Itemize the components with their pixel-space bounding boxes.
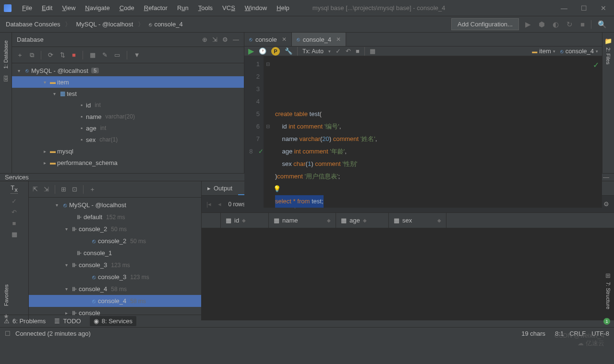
close-tab-icon[interactable]: ✕ [336, 36, 341, 43]
rail-files-tab[interactable]: 2: Files [605, 45, 611, 67]
menu-refactor[interactable]: Refactor [140, 2, 171, 13]
services-tree-row[interactable]: ⎋console_458 ms [29, 295, 201, 307]
layout-icon[interactable]: ⊡ [72, 186, 77, 193]
hide-icon[interactable]: — [233, 36, 239, 43]
fold-column[interactable]: ⊟⊟ [264, 58, 272, 145]
maximize-button[interactable]: ☐ [581, 4, 587, 12]
collapse-icon[interactable]: ⇲ [212, 36, 217, 43]
view-icon[interactable]: ▦ [12, 231, 17, 238]
schema-context-dropdown[interactable]: ▬item ▾ [532, 47, 555, 55]
menu-window[interactable]: Window [241, 2, 271, 13]
edit-icon[interactable]: ✎ [102, 51, 108, 59]
hide-icon[interactable]: — [603, 174, 609, 181]
rollback-icon[interactable]: ↶ [346, 47, 351, 55]
locate-icon[interactable]: ⊕ [202, 36, 207, 43]
stop-icon[interactable]: ■ [579, 20, 586, 28]
code-area[interactable]: ⊟⊟ ✓ create table test( id int comment '… [264, 56, 602, 208]
commit-icon[interactable]: ✓ [336, 47, 341, 55]
menu-view[interactable]: View [58, 2, 79, 13]
tree-row[interactable]: ▪namevarchar(20) [12, 111, 244, 122]
services-tree-row[interactable]: ⊪default152 ms [29, 211, 201, 223]
datasource-row[interactable]: ▾ ⎋ MySQL - @localhost 5 [12, 65, 244, 76]
tree-row[interactable]: ▾▦test [12, 88, 244, 99]
menu-run[interactable]: Run [173, 2, 193, 13]
settings-icon[interactable]: ⚙ [603, 200, 609, 208]
add-icon[interactable]: ＋ [89, 185, 96, 194]
menu-vcs[interactable]: VCS [218, 2, 239, 13]
debug-icon[interactable]: ⬢ [537, 20, 546, 29]
wrench-icon[interactable]: 🔧 [285, 47, 292, 55]
tree-row[interactable]: ▸▬performance_schema [12, 157, 244, 168]
session-context-dropdown[interactable]: ⎋console_4 ▾ [560, 47, 598, 55]
tree-row[interactable]: ▸▬mysql [12, 145, 244, 157]
rail-database-tab[interactable]: 1: Database [3, 37, 9, 71]
history-icon[interactable]: 🕐 [259, 47, 266, 55]
tree-row[interactable]: ▪idint [12, 99, 244, 111]
cancel-icon[interactable]: ■ [12, 220, 16, 227]
column-header[interactable]: ▦age◆ [336, 213, 389, 228]
add-configuration-button[interactable]: Add Configuration... [451, 18, 519, 30]
filter-icon[interactable]: ▼ [134, 51, 140, 59]
output-tab[interactable]: ▸ Output [202, 181, 238, 195]
tx-icon[interactable]: Tx [11, 184, 17, 194]
console-icon[interactable]: ▭ [114, 51, 120, 59]
rail-structure-tab[interactable]: 7: Structure [605, 279, 611, 312]
rows-count-dropdown[interactable]: 0 rows [228, 201, 245, 208]
editor-body[interactable]: 12345678 ✓ ⊟⊟ ✓ create table test( id in… [244, 56, 602, 208]
services-tree-row[interactable]: ⎋console_250 ms [29, 235, 201, 247]
cancel-icon[interactable]: ■ [356, 47, 360, 55]
column-header[interactable]: ▦name◆ [269, 213, 336, 228]
sync-icon[interactable]: ⇅ [60, 51, 65, 59]
services-tree-row[interactable]: ▾⊪console_250 ms [29, 223, 201, 235]
services-tree-row[interactable]: ▾⊪console_458 ms [29, 283, 201, 295]
todo-tab[interactable]: ☰TODO [54, 317, 81, 325]
search-icon[interactable]: 🔍 [596, 20, 608, 29]
execute-icon[interactable]: ▶ [248, 47, 254, 56]
stop-icon[interactable]: ■ [72, 51, 76, 59]
services-tree-row[interactable]: ⎋console_3123 ms [29, 271, 201, 283]
rollback-icon[interactable]: ↶ [12, 209, 17, 216]
expand-icon[interactable]: ⇱ [33, 186, 38, 193]
breadcrumb-item[interactable]: MySQL - @localhost [76, 21, 133, 28]
menu-edit[interactable]: Edit [38, 2, 56, 13]
collapse-icon[interactable]: ⇲ [44, 186, 49, 193]
services-tab[interactable]: ◉8: Services [90, 316, 136, 326]
group-icon[interactable]: ⊞ [61, 186, 66, 193]
table-view-icon[interactable]: ▦ [90, 51, 96, 59]
view-icon[interactable]: ▦ [370, 47, 375, 55]
rail-favorites-tab[interactable]: Favorites [3, 282, 9, 309]
tree-row[interactable]: ▾▬item [12, 76, 244, 88]
services-tree-row[interactable]: ▾⊪console_3123 ms [29, 259, 201, 271]
services-tree-row[interactable]: ⊪console_1 [29, 247, 201, 259]
profile-icon[interactable]: ↻ [565, 20, 574, 29]
editor-tab[interactable]: ⎋ console_4 ✕ [292, 33, 346, 46]
column-header[interactable]: ▦id◆ [221, 213, 269, 228]
menu-help[interactable]: Help [273, 2, 293, 13]
menu-code[interactable]: Code [116, 2, 138, 13]
settings-icon[interactable]: ⚙ [222, 36, 228, 43]
editor-tab[interactable]: ⎋ console ✕ [244, 33, 292, 46]
column-header[interactable]: ▦sex◆ [389, 213, 446, 228]
menu-file[interactable]: File [18, 2, 36, 13]
tree-row[interactable]: ▪ageint [12, 122, 244, 134]
new-icon[interactable]: ＋ [17, 51, 23, 59]
menu-tools[interactable]: Tools [194, 2, 217, 13]
tree-row[interactable]: ▪sexchar(1) [12, 134, 244, 145]
duplicate-icon[interactable]: ⧉ [30, 51, 34, 59]
prev-page-icon[interactable]: ◂ [218, 200, 221, 208]
services-tree-row[interactable]: ▾⎋MySQL - @localhost [29, 199, 201, 211]
run-icon[interactable]: ▶ [524, 20, 532, 29]
minimize-button[interactable]: — [561, 4, 567, 12]
refresh-icon[interactable]: ⟳ [48, 51, 53, 59]
first-page-icon[interactable]: |◂ [206, 200, 211, 208]
coverage-icon[interactable]: ◐ [551, 20, 560, 29]
breadcrumb-item[interactable]: console_4 [154, 21, 182, 28]
explain-plan-icon[interactable]: P [271, 47, 280, 56]
tree-row[interactable]: ▸▬sys [12, 168, 244, 173]
close-tab-icon[interactable]: ✕ [282, 36, 287, 43]
tx-mode-dropdown[interactable]: Tx: Auto [302, 48, 324, 55]
menu-navigate[interactable]: Navigate [81, 2, 113, 13]
breadcrumb-item[interactable]: Database Consoles [6, 21, 60, 28]
close-button[interactable]: ✕ [601, 4, 606, 12]
commit-icon[interactable]: ✓ [12, 198, 17, 205]
